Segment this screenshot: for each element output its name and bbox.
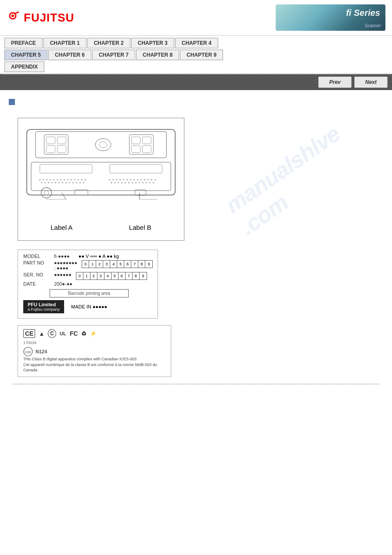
tab-chapter7[interactable]: CHAPTER 7	[92, 50, 135, 60]
digit-boxes-1: 0 1 2 3 4 5 6 7 8 9	[82, 260, 153, 268]
banner-scanner-text: Scanner	[365, 23, 381, 28]
main-content: Label A Label B MODEL fi-●●●● ●● V ══ ● …	[0, 90, 392, 400]
svg-rect-18	[40, 164, 92, 173]
svg-point-68	[135, 182, 137, 183]
navigation-tabs: PREFACE CHAPTER 1 CHAPTER 2 CHAPTER 3 CH…	[0, 36, 392, 74]
svg-rect-8	[47, 145, 55, 152]
cert-box: CE ▲ C UL FC ♻ ⚡ 170526 VDE N124 This Cl…	[18, 325, 171, 377]
svg-point-31	[78, 179, 79, 180]
pfu-row: PFU Limited a Fujitsu company MADE IN ●●…	[23, 300, 152, 313]
vde-icon: VDE	[23, 347, 33, 356]
svg-point-64	[121, 182, 122, 183]
svg-point-11	[99, 141, 107, 148]
svg-rect-15	[132, 145, 140, 152]
svg-point-27	[64, 179, 65, 180]
svg-line-78	[62, 193, 66, 200]
svg-point-57	[144, 179, 145, 180]
svg-point-71	[146, 182, 147, 183]
cert-icons-row: CE ▲ C UL FC ♻ ⚡	[23, 329, 165, 338]
ul-icon: UL	[60, 331, 66, 336]
digit-4: 4	[110, 261, 117, 268]
svg-point-33	[85, 179, 86, 180]
logo-text: FUJITSU	[24, 11, 74, 25]
svg-point-70	[142, 182, 144, 183]
cert-text: This Class B digital apparatus complies …	[23, 356, 165, 373]
svg-rect-13	[132, 137, 140, 144]
digit-7: 7	[131, 261, 138, 268]
label-a-text: Label A	[50, 224, 72, 231]
tab-chapter3[interactable]: CHAPTER 3	[131, 38, 174, 48]
tab-chapter8[interactable]: CHAPTER 8	[136, 50, 179, 60]
prev-button[interactable]: Prev	[318, 76, 352, 88]
svg-point-58	[147, 179, 149, 180]
tab-chapter1[interactable]: CHAPTER 1	[43, 38, 86, 48]
svg-text:VDE: VDE	[25, 351, 32, 354]
svg-rect-14	[142, 137, 151, 144]
digit-1: 1	[89, 261, 96, 268]
date-val: 200●-●●	[54, 281, 72, 287]
svg-point-60	[155, 179, 156, 180]
pfu-name: PFU Limited	[28, 302, 60, 307]
serno-val: ●●●●●●	[54, 272, 72, 277]
fi-series-banner: fi Series Scanner	[276, 4, 385, 31]
svg-point-69	[139, 182, 140, 183]
scanner-svg	[22, 123, 180, 219]
svg-point-25	[57, 179, 58, 180]
nav-row-3: APPENDIX	[4, 62, 388, 72]
ctick-icon: C	[48, 329, 56, 338]
svg-rect-5	[44, 134, 68, 154]
svg-point-61	[111, 182, 112, 183]
svg-point-50	[119, 179, 121, 180]
svg-point-22	[46, 179, 47, 180]
svg-point-73	[153, 182, 154, 183]
triangle-icon: ▲	[39, 330, 44, 337]
digit-boxes-2: 0 1 2 3 4 5 6 7 8 9	[76, 272, 147, 280]
svg-point-67	[132, 182, 133, 183]
serno-row: SER. NO ●●●●●● 0 1 2 3 4 5 6 7 8 9	[23, 272, 152, 280]
next-button[interactable]: Next	[354, 76, 388, 88]
fcc-icon: FC	[70, 330, 78, 337]
label-detail-box: MODEL fi-●●●● ●● V ══ ● A ●● kg PART NO …	[18, 250, 158, 319]
tab-preface[interactable]: PREFACE	[4, 38, 43, 48]
digit-s1: 1	[83, 272, 90, 279]
cert-text-1: This Class B digital apparatus complies …	[23, 356, 165, 362]
svg-point-44	[76, 182, 77, 183]
digit-s5: 5	[111, 272, 119, 279]
digit-3: 3	[103, 261, 110, 268]
svg-point-23	[50, 179, 51, 180]
svg-point-51	[123, 179, 124, 180]
svg-point-32	[81, 179, 83, 180]
svg-rect-12	[129, 134, 154, 154]
svg-point-38	[55, 182, 56, 183]
svg-point-62	[114, 182, 115, 183]
svg-point-42	[69, 182, 70, 183]
svg-point-56	[140, 179, 142, 180]
cert-text-2: Cet appareil numérique de la classe B es…	[23, 362, 165, 373]
svg-point-74	[41, 188, 52, 198]
svg-point-10	[95, 138, 111, 151]
svg-point-29	[71, 179, 72, 180]
partno-val: ●●●●●●●● : ●●●●	[54, 260, 77, 271]
tab-chapter4[interactable]: CHAPTER 4	[175, 38, 218, 48]
svg-point-26	[60, 179, 61, 180]
svg-rect-4	[36, 132, 166, 158]
tab-chapter9[interactable]: CHAPTER 9	[180, 50, 223, 60]
date-row: DATE 200●-●●	[23, 281, 152, 287]
svg-point-46	[83, 182, 84, 183]
tab-chapter2[interactable]: CHAPTER 2	[87, 38, 130, 48]
tab-chapter6[interactable]: CHAPTER 6	[48, 50, 91, 60]
digit-5: 5	[117, 261, 124, 268]
date-key: DATE	[23, 281, 54, 287]
digit-9: 9	[145, 261, 152, 268]
tab-appendix[interactable]: APPENDIX	[4, 62, 44, 72]
svg-point-66	[128, 182, 129, 183]
svg-rect-6	[47, 137, 55, 144]
ce-icon: CE	[23, 329, 35, 338]
digit-s6: 6	[119, 272, 126, 279]
tab-chapter5[interactable]: CHAPTER 5	[4, 50, 47, 60]
svg-rect-19	[110, 164, 162, 173]
svg-rect-17	[31, 162, 171, 191]
digit-s3: 3	[97, 272, 104, 279]
banner-fi-text: fi Series	[346, 8, 380, 18]
page-toolbar: Prev Next	[0, 74, 392, 90]
